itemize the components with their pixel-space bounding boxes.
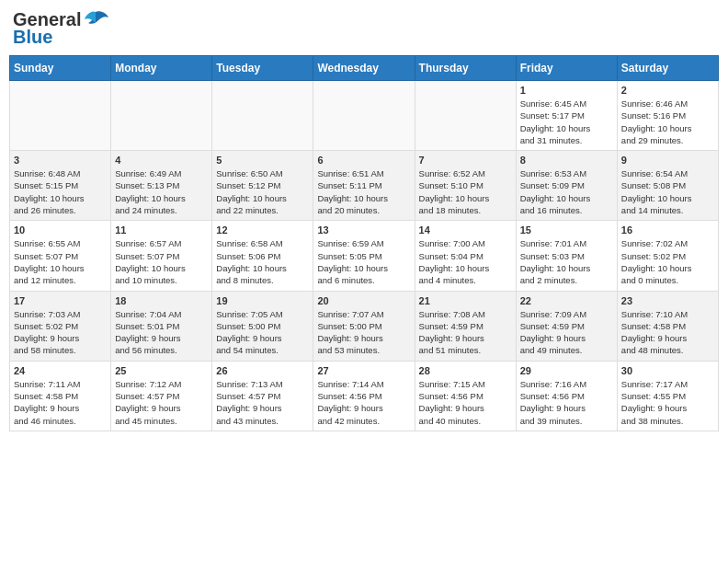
calendar-cell: 7Sunrise: 6:52 AM Sunset: 5:10 PM Daylig… (415, 151, 516, 221)
day-info: Sunrise: 7:02 AM Sunset: 5:02 PM Dayligh… (621, 237, 714, 286)
calendar-cell: 1Sunrise: 6:45 AM Sunset: 5:17 PM Daylig… (516, 81, 617, 151)
day-info: Sunrise: 6:52 AM Sunset: 5:10 PM Dayligh… (419, 167, 512, 216)
day-number: 4 (115, 155, 208, 166)
day-info: Sunrise: 6:46 AM Sunset: 5:16 PM Dayligh… (621, 98, 714, 146)
day-info: Sunrise: 7:08 AM Sunset: 4:59 PM Dayligh… (419, 308, 512, 357)
day-number: 14 (419, 224, 512, 236)
weekday-header: Sunday (10, 56, 111, 81)
calendar-cell: 23Sunrise: 7:10 AM Sunset: 4:58 PM Dayli… (617, 291, 718, 361)
calendar-cell (10, 81, 111, 151)
day-info: Sunrise: 7:13 AM Sunset: 4:57 PM Dayligh… (216, 378, 309, 427)
day-number: 10 (14, 224, 107, 236)
calendar-cell: 18Sunrise: 7:04 AM Sunset: 5:01 PM Dayli… (111, 291, 212, 361)
calendar-cell: 29Sunrise: 7:16 AM Sunset: 4:56 PM Dayli… (516, 361, 617, 431)
weekday-header: Saturday (617, 56, 718, 81)
day-info: Sunrise: 7:07 AM Sunset: 5:00 PM Dayligh… (317, 308, 410, 357)
calendar-cell: 20Sunrise: 7:07 AM Sunset: 5:00 PM Dayli… (313, 291, 415, 361)
day-number: 25 (115, 365, 208, 376)
day-number: 27 (317, 365, 410, 376)
calendar-cell: 28Sunrise: 7:15 AM Sunset: 4:56 PM Dayli… (415, 361, 516, 431)
calendar-week-row: 17Sunrise: 7:03 AM Sunset: 5:02 PM Dayli… (10, 291, 719, 361)
calendar-cell: 11Sunrise: 6:57 AM Sunset: 5:07 PM Dayli… (111, 221, 212, 291)
day-number: 2 (621, 85, 714, 96)
weekday-header: Tuesday (212, 56, 313, 81)
day-number: 6 (317, 155, 410, 166)
calendar-cell (111, 81, 212, 151)
calendar-cell: 26Sunrise: 7:13 AM Sunset: 4:57 PM Dayli… (212, 361, 313, 431)
day-number: 3 (14, 155, 107, 166)
day-number: 1 (520, 85, 613, 96)
day-info: Sunrise: 6:49 AM Sunset: 5:13 PM Dayligh… (115, 167, 208, 216)
day-info: Sunrise: 7:16 AM Sunset: 4:56 PM Dayligh… (520, 378, 613, 427)
day-number: 9 (621, 155, 714, 166)
day-info: Sunrise: 6:45 AM Sunset: 5:17 PM Dayligh… (520, 98, 613, 146)
calendar-table: SundayMondayTuesdayWednesdayThursdayFrid… (9, 55, 719, 431)
calendar-cell (415, 81, 516, 151)
day-number: 16 (621, 224, 714, 236)
calendar-cell: 4Sunrise: 6:49 AM Sunset: 5:13 PM Daylig… (111, 151, 212, 221)
day-number: 23 (621, 295, 714, 306)
day-info: Sunrise: 7:04 AM Sunset: 5:01 PM Dayligh… (115, 308, 208, 357)
calendar-cell: 10Sunrise: 6:55 AM Sunset: 5:07 PM Dayli… (10, 221, 111, 291)
day-number: 15 (520, 224, 613, 236)
day-info: Sunrise: 7:05 AM Sunset: 5:00 PM Dayligh… (216, 308, 309, 357)
day-info: Sunrise: 7:03 AM Sunset: 5:02 PM Dayligh… (14, 308, 107, 357)
weekday-header: Monday (111, 56, 212, 81)
calendar-cell: 19Sunrise: 7:05 AM Sunset: 5:00 PM Dayli… (212, 291, 313, 361)
page-header: General Blue (9, 9, 719, 48)
calendar-cell (313, 81, 415, 151)
day-info: Sunrise: 6:48 AM Sunset: 5:15 PM Dayligh… (14, 167, 107, 216)
day-number: 21 (419, 295, 512, 306)
calendar-header-row: SundayMondayTuesdayWednesdayThursdayFrid… (10, 56, 719, 81)
calendar-cell: 13Sunrise: 6:59 AM Sunset: 5:05 PM Dayli… (313, 221, 415, 291)
day-info: Sunrise: 7:12 AM Sunset: 4:57 PM Dayligh… (115, 378, 208, 427)
calendar-cell (212, 81, 313, 151)
day-number: 5 (216, 155, 309, 166)
calendar-week-row: 3Sunrise: 6:48 AM Sunset: 5:15 PM Daylig… (10, 151, 719, 221)
day-info: Sunrise: 7:10 AM Sunset: 4:58 PM Dayligh… (621, 308, 714, 357)
calendar-week-row: 10Sunrise: 6:55 AM Sunset: 5:07 PM Dayli… (10, 221, 719, 291)
day-info: Sunrise: 7:11 AM Sunset: 4:58 PM Dayligh… (14, 378, 107, 427)
day-number: 24 (14, 365, 107, 376)
day-info: Sunrise: 7:17 AM Sunset: 4:55 PM Dayligh… (621, 378, 714, 427)
day-info: Sunrise: 7:15 AM Sunset: 4:56 PM Dayligh… (419, 378, 512, 427)
day-info: Sunrise: 6:57 AM Sunset: 5:07 PM Dayligh… (115, 237, 208, 286)
calendar-cell: 24Sunrise: 7:11 AM Sunset: 4:58 PM Dayli… (10, 361, 111, 431)
day-number: 20 (317, 295, 410, 306)
logo-bird-icon (83, 10, 108, 30)
day-number: 19 (216, 295, 309, 306)
day-number: 28 (419, 365, 512, 376)
calendar-cell: 17Sunrise: 7:03 AM Sunset: 5:02 PM Dayli… (10, 291, 111, 361)
day-info: Sunrise: 7:14 AM Sunset: 4:56 PM Dayligh… (317, 378, 410, 427)
calendar-cell: 15Sunrise: 7:01 AM Sunset: 5:03 PM Dayli… (516, 221, 617, 291)
logo: General Blue (13, 9, 108, 48)
calendar-cell: 27Sunrise: 7:14 AM Sunset: 4:56 PM Dayli… (313, 361, 415, 431)
day-number: 26 (216, 365, 309, 376)
day-info: Sunrise: 7:01 AM Sunset: 5:03 PM Dayligh… (520, 237, 613, 286)
calendar-cell: 12Sunrise: 6:58 AM Sunset: 5:06 PM Dayli… (212, 221, 313, 291)
day-number: 17 (14, 295, 107, 306)
day-number: 30 (621, 365, 714, 376)
calendar-cell: 8Sunrise: 6:53 AM Sunset: 5:09 PM Daylig… (516, 151, 617, 221)
day-number: 7 (419, 155, 512, 166)
day-info: Sunrise: 6:51 AM Sunset: 5:11 PM Dayligh… (317, 167, 410, 216)
calendar-cell: 14Sunrise: 7:00 AM Sunset: 5:04 PM Dayli… (415, 221, 516, 291)
calendar-week-row: 1Sunrise: 6:45 AM Sunset: 5:17 PM Daylig… (10, 81, 719, 151)
day-number: 13 (317, 224, 410, 236)
day-number: 12 (216, 224, 309, 236)
day-number: 18 (115, 295, 208, 306)
weekday-header: Friday (516, 56, 617, 81)
calendar-cell: 30Sunrise: 7:17 AM Sunset: 4:55 PM Dayli… (617, 361, 718, 431)
calendar-cell: 3Sunrise: 6:48 AM Sunset: 5:15 PM Daylig… (10, 151, 111, 221)
day-number: 22 (520, 295, 613, 306)
calendar-cell: 6Sunrise: 6:51 AM Sunset: 5:11 PM Daylig… (313, 151, 415, 221)
calendar-cell: 16Sunrise: 7:02 AM Sunset: 5:02 PM Dayli… (617, 221, 718, 291)
day-info: Sunrise: 6:50 AM Sunset: 5:12 PM Dayligh… (216, 167, 309, 216)
day-info: Sunrise: 7:00 AM Sunset: 5:04 PM Dayligh… (419, 237, 512, 286)
weekday-header: Wednesday (313, 56, 415, 81)
calendar-cell: 9Sunrise: 6:54 AM Sunset: 5:08 PM Daylig… (617, 151, 718, 221)
calendar-cell: 25Sunrise: 7:12 AM Sunset: 4:57 PM Dayli… (111, 361, 212, 431)
calendar-week-row: 24Sunrise: 7:11 AM Sunset: 4:58 PM Dayli… (10, 361, 719, 431)
day-number: 11 (115, 224, 208, 236)
day-info: Sunrise: 6:59 AM Sunset: 5:05 PM Dayligh… (317, 237, 410, 286)
